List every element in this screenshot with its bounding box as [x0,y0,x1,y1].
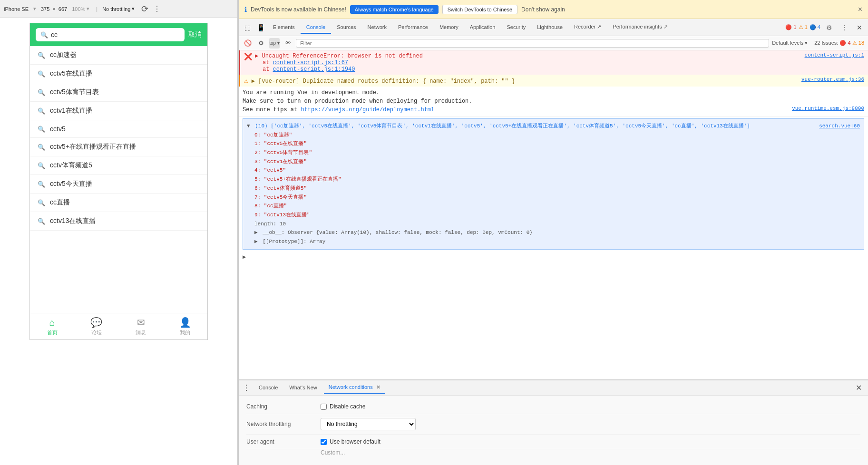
list-item[interactable]: 🔍 cctv5体育节目表 [30,83,207,102]
tab-console[interactable]: Console [301,21,331,34]
search-results: 🔍 cc加速器 🔍 cctv5在线直播 🔍 cctv5体育节目表 🔍 cctv1… [30,46,207,313]
result-text: cctv13在线直播 [50,217,96,225]
nav-item-profile[interactable]: 👤 我的 [163,317,207,336]
home-icon: ⌂ [49,317,55,328]
list-item[interactable]: 🔍 cc直播 [30,194,207,212]
nav-item-messages[interactable]: ✉ 消息 [119,317,163,336]
list-item[interactable]: 🔍 cctv13在线直播 [30,212,207,231]
use-browser-default-checkbox-label[interactable]: Use browser default [321,438,380,445]
log-file-ref-1[interactable]: vue.runtime.esm.js:8800 [792,106,864,111]
dont-show-again-link[interactable]: Don't show again [521,6,565,13]
warn-file-ref-1[interactable]: vue-router.esm.js:36 [801,77,864,82]
array-observer: ▶ __ob__: Observer {value: Array(10), sh… [247,228,860,237]
match-language-button[interactable]: Always match Chrome's language [350,5,439,14]
nav-item-home[interactable]: ⌂ 首页 [30,317,74,336]
zoom-control[interactable]: 100%▾ [72,6,89,12]
user-agent-label: User agent [246,438,313,445]
notification-close-button[interactable]: × [858,5,862,14]
devtools-tabs: ⬚ 📱 Elements Console Sources Network Per… [239,19,868,36]
prototype-toggle[interactable]: ▶ [254,239,258,244]
warn-badge: ⚠ 1 [799,24,808,30]
device-height: 667 [59,6,67,12]
tab-network[interactable]: Network [362,21,392,34]
cancel-button[interactable]: 取消 [188,30,202,39]
drawer-tab-whats-new[interactable]: What's New [284,382,322,394]
issues-badge: 🔵 4 [809,24,820,30]
search-icon: 🔍 [38,162,45,169]
search-icon: 🔍 [38,218,45,225]
array-prototype: ▶ [[Prototype]]: Array [247,237,860,246]
tab-application[interactable]: Application [464,21,501,34]
disable-cache-checkbox[interactable] [321,404,327,410]
stack-trace-link-1[interactable]: content-script.js:1:67 [273,59,348,66]
tab-memory[interactable]: Memory [434,21,464,34]
array-item-1: 1: "cctv5在线直播" [247,139,860,148]
tab-recorder[interactable]: Recorder ↗ [568,21,607,34]
switch-devtools-button[interactable]: Switch DevTools to Chinese [442,5,517,14]
array-item-9: 9: "cctv13在线直播" [247,211,860,220]
tab-close-icon[interactable]: ✕ [376,384,380,390]
device-frame: 🔍 取消 🔍 cc加速器 🔍 cctv5在线直播 🔍 cctv5体育节目表 [0,18,237,465]
settings-icon[interactable]: ⚙ [822,21,836,34]
drawer-more-icon[interactable]: ⋮ [243,383,250,392]
stack-trace-link-2[interactable]: content-script.js:1:1940 [273,66,355,73]
deployment-link[interactable]: https://vuejs.org/guide/deployment.html [301,107,434,113]
message-icon: ✉ [137,317,145,328]
list-item[interactable]: 🔍 cctv5今天直播 [30,175,207,194]
array-file-ref[interactable]: search.vue:60 [819,122,860,131]
device-toolbar: iPhone SE ▾ 375 × 667 100%▾ | No throttl… [0,0,237,18]
device-toolbar-toggle-icon[interactable]: 📱 [254,21,267,34]
nav-item-forum[interactable]: 💬 论坛 [74,317,118,336]
array-header[interactable]: (10) ['cc加速器', 'cctv5在线直播', 'cctv5体育节目表'… [255,123,750,129]
throttling-control[interactable]: No throttling▾ [102,6,135,12]
clear-console-icon[interactable]: 🚫 [243,38,253,48]
inspect-element-icon[interactable]: ⬚ [241,21,254,34]
search-input-wrap[interactable]: 🔍 [36,28,185,41]
drawer-close-button[interactable]: ✕ [853,382,864,394]
tab-lighthouse[interactable]: Lighthouse [531,21,568,34]
close-devtools-icon[interactable]: ✕ [853,21,866,34]
search-icon: 🔍 [38,181,45,188]
device-width: 375 [41,6,49,12]
console-settings-icon[interactable]: ⚙ [256,38,266,48]
top-context-selector[interactable]: top ▾ [269,38,280,48]
observer-toggle[interactable]: ▶ [254,230,258,235]
throttling-select[interactable]: No throttling Fast 3G Slow 3G Offline [321,418,416,430]
array-collapse-toggle[interactable]: ▼ [247,123,250,129]
search-icon: 🔍 [38,52,45,59]
list-item[interactable]: 🔍 cc加速器 [30,46,207,65]
drawer-tab-console[interactable]: Console [254,382,283,394]
customize-icon[interactable]: ⋮ [838,21,851,34]
throttling-label: Network throttling [246,421,313,427]
tab-sources[interactable]: Sources [331,21,361,34]
default-levels-dropdown[interactable]: Default levels ▾ [772,40,808,46]
rotate-icon[interactable]: ⟳ [141,4,148,14]
drawer-tab-network-conditions[interactable]: Network conditions ✕ [324,382,385,394]
eye-icon[interactable]: 👁 [283,38,293,48]
tab-security[interactable]: Security [501,21,531,34]
use-browser-default-label: Use browser default [330,438,380,445]
devtools-panel: ℹ DevTools is now available in Chinese! … [238,0,868,465]
list-item[interactable]: 🔍 cctv体育频道5 [30,156,207,175]
search-input[interactable] [51,31,180,39]
throttling-row: Network throttling No throttling Fast 3G… [246,414,860,435]
list-item[interactable]: 🔍 cctv5在线直播 [30,65,207,83]
device-name[interactable]: iPhone SE [4,6,29,12]
mobile-panel: iPhone SE ▾ 375 × 667 100%▾ | No throttl… [0,0,238,465]
more-options-icon[interactable]: ⋮ [153,4,161,13]
error-file-ref-1[interactable]: content-script.js:1 [805,52,864,58]
tab-performance-insights[interactable]: Performance insights ↗ [607,21,673,34]
disable-cache-label: Disable cache [330,403,365,410]
search-icon: 🔍 [38,199,45,206]
list-item[interactable]: 🔍 cctv5+在线直播观看正在直播 [30,138,207,156]
disable-cache-checkbox-label[interactable]: Disable cache [321,403,365,410]
tab-elements[interactable]: Elements [267,21,301,34]
console-filter-input[interactable] [296,39,769,48]
tab-performance[interactable]: Performance [392,21,434,34]
list-item[interactable]: 🔍 cctv1在线直播 [30,102,207,120]
caching-label: Caching [246,403,313,410]
default-levels-label: Default levels ▾ [772,40,808,46]
list-item[interactable]: 🔍 cctv5 [30,120,207,138]
error-badge: 🔴 1 [785,24,796,30]
use-browser-default-checkbox[interactable] [321,439,327,445]
